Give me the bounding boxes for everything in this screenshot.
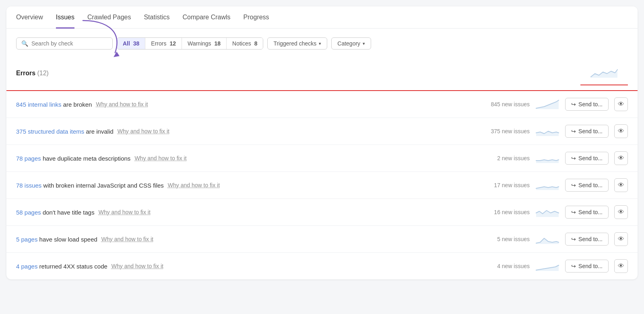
new-issues-count: 5 new issues [497,236,530,242]
send-icon: ↪ [571,182,576,188]
issue-link[interactable]: 78 pages [16,155,41,162]
issue-description: 58 pages don't have title tags Why and h… [16,209,489,216]
chevron-down-icon: ▾ [363,41,365,46]
chevron-down-icon: ▾ [319,41,321,46]
eye-icon: 👁 [618,128,624,135]
mini-chart [535,125,559,138]
mini-chart [535,152,559,165]
annotation-area [6,29,638,37]
nav-item-progress[interactable]: Progress [244,6,269,29]
issue-meta: 16 new issues ↪ Send to... 👁 [494,205,628,219]
filter-all[interactable]: All 38 [117,38,145,49]
table-row: 845 internal links are broken Why and ho… [6,91,638,118]
mini-chart [535,98,559,111]
send-label: Send to... [578,182,603,188]
issue-meta: 4 new issues ↪ Send to... 👁 [497,259,628,273]
table-row: 78 issues with broken internal JavaScrip… [6,172,638,199]
triggered-checks-dropdown[interactable]: Triggered checks ▾ [267,37,327,50]
send-to-button[interactable]: ↪ Send to... [565,233,609,246]
eye-icon: 👁 [618,155,624,162]
eye-icon: 👁 [618,236,624,243]
issue-description: 78 issues with broken internal JavaScrip… [16,182,489,189]
issue-link[interactable]: 5 pages [16,236,37,243]
send-to-button[interactable]: ↪ Send to... [565,152,609,165]
issue-link[interactable]: 375 structured data items [16,128,84,135]
issue-link[interactable]: 58 pages [16,209,41,216]
eye-button[interactable]: 👁 [614,151,628,165]
eye-button[interactable]: 👁 [614,178,628,192]
why-fix-link[interactable]: Why and how to fix it [96,101,148,107]
search-box[interactable]: 🔍 [16,37,113,50]
eye-icon: 👁 [618,101,624,108]
why-fix-link[interactable]: Why and how to fix it [99,209,151,215]
mini-chart [535,206,559,219]
send-label: Send to... [578,263,603,269]
send-icon: ↪ [571,236,576,242]
send-to-button[interactable]: ↪ Send to... [565,260,609,273]
errors-section-header: Errors (12) [6,56,638,91]
issue-link[interactable]: 845 internal links [16,101,62,108]
why-fix-link[interactable]: Why and how to fix it [118,128,169,134]
category-dropdown[interactable]: Category ▾ [331,37,371,50]
issue-meta: 5 new issues ↪ Send to... 👁 [497,232,628,246]
send-icon: ↪ [571,155,576,161]
issue-description: 375 structured data items are invalid Wh… [16,128,486,135]
eye-button[interactable]: 👁 [614,97,628,111]
issue-description: 4 pages returned 4XX status code Why and… [16,263,492,270]
send-to-button[interactable]: ↪ Send to... [565,179,609,192]
send-icon: ↪ [571,128,576,134]
nav-item-issues[interactable]: Issues [56,6,74,29]
send-to-button[interactable]: ↪ Send to... [565,206,609,219]
eye-icon: 👁 [618,182,624,189]
toolbar: 🔍 All 38 Errors 12 Warnings 18 Notices 8… [6,37,638,56]
table-row: 375 structured data items are invalid Wh… [6,118,638,145]
filter-warnings[interactable]: Warnings 18 [182,38,227,49]
eye-button[interactable]: 👁 [614,259,628,273]
send-icon: ↪ [571,101,576,107]
filter-notices[interactable]: Notices 8 [227,38,263,49]
why-fix-link[interactable]: Why and how to fix it [134,155,186,161]
filter-group: All 38 Errors 12 Warnings 18 Notices 8 [117,37,263,50]
send-icon: ↪ [571,263,576,269]
send-icon: ↪ [571,209,576,215]
nav-item-crawled-pages[interactable]: Crawled Pages [87,6,131,29]
header-mini-chart [580,61,628,85]
new-issues-count: 4 new issues [497,263,530,269]
why-fix-link[interactable]: Why and how to fix it [111,263,163,269]
why-fix-link[interactable]: Why and how to fix it [168,182,220,188]
issue-meta: 375 new issues ↪ Send to... 👁 [491,124,628,138]
eye-icon: 👁 [618,262,624,270]
main-nav: Overview Issues Crawled Pages Statistics… [6,6,638,29]
eye-button[interactable]: 👁 [614,205,628,219]
issue-meta: 845 new issues ↪ Send to... 👁 [491,97,628,111]
issue-meta: 2 new issues ↪ Send to... 👁 [497,151,628,165]
issue-meta: 17 new issues ↪ Send to... 👁 [494,178,628,192]
send-to-button[interactable]: ↪ Send to... [565,125,609,138]
eye-button[interactable]: 👁 [614,124,628,138]
search-input[interactable] [31,40,107,47]
new-issues-count: 17 new issues [494,182,530,188]
mini-chart [535,179,559,192]
search-icon: 🔍 [21,40,28,47]
table-row: 4 pages returned 4XX status code Why and… [6,253,638,279]
new-issues-count: 375 new issues [491,128,530,134]
issues-list: 845 internal links are broken Why and ho… [6,91,638,279]
table-row: 5 pages have slow load speed Why and how… [6,226,638,253]
issue-description: 78 pages have duplicate meta description… [16,155,492,162]
send-to-button[interactable]: ↪ Send to... [565,98,609,111]
section-title: Errors (12) [16,70,49,77]
issue-link[interactable]: 78 issues [16,182,41,189]
send-label: Send to... [578,101,603,107]
send-label: Send to... [578,128,603,134]
table-row: 78 pages have duplicate meta description… [6,145,638,172]
eye-button[interactable]: 👁 [614,232,628,246]
issue-link[interactable]: 4 pages [16,263,37,270]
filter-errors[interactable]: Errors 12 [145,38,182,49]
why-fix-link[interactable]: Why and how to fix it [101,236,153,242]
send-label: Send to... [578,236,603,242]
nav-item-compare-crawls[interactable]: Compare Crawls [182,6,230,29]
nav-item-overview[interactable]: Overview [16,6,43,29]
send-label: Send to... [578,155,603,161]
issue-description: 5 pages have slow load speed Why and how… [16,236,492,243]
nav-item-statistics[interactable]: Statistics [144,6,169,29]
